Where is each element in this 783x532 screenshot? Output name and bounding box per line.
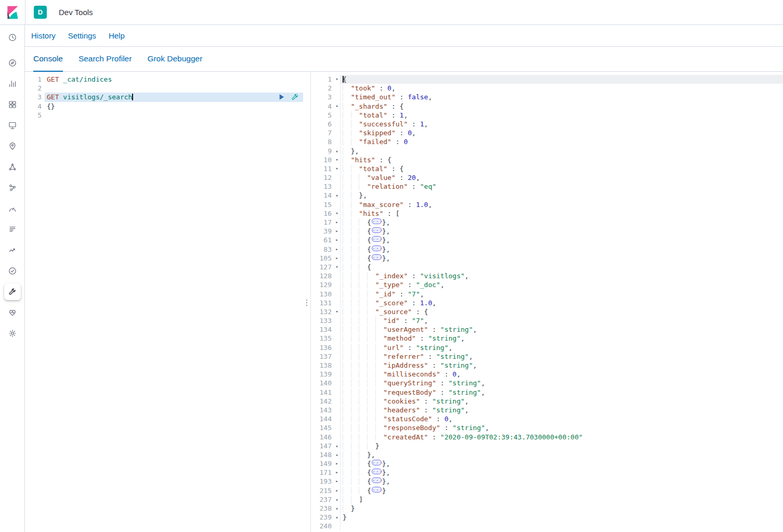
menu-item-help[interactable]: Help (109, 31, 125, 40)
fold-arrow-icon[interactable]: ▾ (334, 164, 341, 173)
response-line[interactable]: 13 "relation" : "eq" (311, 182, 783, 191)
response-line[interactable]: 138 "ipAddress" : "string", (311, 361, 783, 370)
response-line[interactable]: 8 "failed" : 0 (311, 137, 783, 146)
response-line[interactable]: 171▸ {}, (311, 468, 783, 477)
response-line[interactable]: 149▸ {}, (311, 459, 783, 468)
code-text[interactable]: "createdAt" : "2020-09-09T02:39:43.70300… (341, 433, 783, 442)
collapsed-fold-badge[interactable] (372, 227, 382, 233)
code-text[interactable]: "_score" : 1.0, (341, 299, 783, 307)
request-line[interactable]: 5 (25, 111, 303, 120)
code-text[interactable]: "cookies" : "string", (341, 397, 783, 406)
code-text[interactable]: {} (341, 486, 783, 495)
fold-arrow-icon[interactable]: ▸ (334, 227, 341, 236)
code-text[interactable]: } (341, 504, 783, 513)
tab-search-profiler[interactable]: Search Profiler (79, 47, 132, 72)
response-line[interactable]: 141 "requestBody" : "string", (311, 388, 783, 397)
fold-arrow-icon[interactable]: ▴ (334, 495, 341, 504)
response-line[interactable]: 140 "queryString" : "string", (311, 379, 783, 387)
response-line[interactable]: 134 "userAgent" : "string", (311, 325, 783, 334)
panel-resize-handle[interactable]: ⋮ (303, 298, 311, 306)
code-text[interactable]: "milliseconds" : 0, (341, 370, 783, 379)
response-line[interactable]: 7 "skipped" : 0, (311, 128, 783, 137)
fold-arrow-icon[interactable]: ▴ (334, 504, 341, 513)
fold-arrow-icon[interactable]: ▾ (334, 155, 341, 164)
code-text[interactable]: "total" : 1, (341, 111, 783, 120)
response-line[interactable]: 15 "max_score" : 1.0, (311, 200, 783, 209)
code-text[interactable]: "responseBody" : "string", (341, 423, 783, 432)
response-line[interactable]: 146 "createdAt" : "2020-09-09T02:39:43.7… (311, 433, 783, 442)
sidebar-item-uptime[interactable] (4, 263, 21, 279)
response-line[interactable]: 143 "headers" : "string", (311, 406, 783, 414)
code-text[interactable]: {}, (341, 254, 783, 263)
code-text[interactable]: "successful" : 1, (341, 120, 783, 128)
code-text[interactable]: "_id" : "7", (341, 290, 783, 299)
collapsed-fold-badge[interactable] (372, 245, 382, 251)
fold-arrow-icon[interactable]: ▴ (334, 513, 341, 522)
request-options-wrench-icon[interactable] (291, 93, 299, 101)
fold-arrow-icon[interactable]: ▸ (334, 254, 341, 263)
fold-arrow-icon[interactable]: ▾ (334, 307, 341, 316)
code-text[interactable]: "ipAddress" : "string", (341, 361, 783, 370)
response-line[interactable]: 135 "method" : "string", (311, 334, 783, 343)
response-line[interactable]: 238▴ } (311, 504, 783, 513)
code-text[interactable]: { (341, 263, 783, 271)
response-line[interactable]: 11▾ "total" : { (311, 164, 783, 173)
sidebar-item-discover[interactable] (4, 55, 21, 71)
fold-arrow-icon[interactable]: ▸ (334, 477, 341, 486)
sidebar-item-dev-tools[interactable] (4, 283, 21, 300)
code-text[interactable]: "requestBody" : "string", (341, 388, 783, 397)
fold-arrow-icon[interactable]: ▴ (334, 442, 341, 450)
fold-arrow-icon[interactable]: ▸ (334, 468, 341, 477)
fold-arrow-icon[interactable]: ▴ (334, 147, 341, 155)
sidebar-item-stack-monitoring[interactable] (4, 304, 21, 321)
tab-grok-debugger[interactable]: Grok Debugger (147, 47, 202, 72)
sidebar-item-logs[interactable] (4, 221, 21, 238)
code-text[interactable]: "relation" : "eq" (341, 182, 783, 191)
response-line[interactable]: 105▸ {}, (311, 254, 783, 263)
code-text[interactable]: }, (341, 450, 783, 459)
response-line[interactable]: 6 "successful" : 1, (311, 120, 783, 128)
collapsed-fold-badge[interactable] (372, 254, 382, 260)
response-line[interactable]: 144 "statusCode" : 0, (311, 414, 783, 423)
code-text[interactable]: "skipped" : 0, (341, 128, 783, 137)
response-line[interactable]: 83▸ {}, (311, 245, 783, 254)
code-text[interactable]: "statusCode" : 0, (341, 414, 783, 423)
response-line[interactable]: 131 "_score" : 1.0, (311, 299, 783, 307)
code-text[interactable]: "userAgent" : "string", (341, 325, 783, 334)
kibana-logo[interactable] (0, 0, 25, 24)
fold-arrow-icon[interactable]: ▾ (334, 102, 341, 111)
code-text[interactable] (45, 84, 303, 93)
console-request-editor[interactable]: 1GET _cat/indices23GET visitlogs/_search… (25, 72, 303, 532)
code-text[interactable]: "_index" : "visitlogs", (341, 271, 783, 280)
response-line[interactable]: 240 (311, 522, 783, 530)
code-text[interactable]: "_source" : { (341, 307, 783, 316)
code-text[interactable]: "total" : { (341, 164, 783, 173)
code-text[interactable]: "url" : "string", (341, 343, 783, 352)
response-line[interactable]: 2 "took" : 0, (311, 84, 783, 93)
sidebar-item-apm[interactable] (4, 242, 21, 258)
response-line[interactable]: 128 "_index" : "visitlogs", (311, 271, 783, 280)
response-line[interactable]: 10▾ "hits" : { (311, 155, 783, 164)
response-line[interactable]: 5 "total" : 1, (311, 111, 783, 120)
response-line[interactable]: 139 "milliseconds" : 0, (311, 370, 783, 379)
sidebar-item-graph[interactable] (4, 179, 21, 196)
response-line[interactable]: 132▾ "_source" : { (311, 307, 783, 316)
code-text[interactable]: {}, (341, 477, 783, 486)
response-line[interactable]: 3 "timed_out" : false, (311, 93, 783, 101)
response-line[interactable]: 1▾{ (311, 75, 783, 84)
fold-arrow-icon[interactable]: ▸ (334, 486, 341, 495)
code-text[interactable]: }, (341, 191, 783, 200)
fold-arrow-icon[interactable]: ▴ (334, 191, 341, 200)
sidebar-item-canvas[interactable] (4, 117, 21, 134)
sidebar-item-management[interactable] (4, 325, 21, 342)
code-text[interactable]: {}, (341, 468, 783, 477)
response-line[interactable]: 239▴} (311, 513, 783, 522)
request-line[interactable]: 2 (25, 84, 303, 93)
fold-arrow-icon[interactable]: ▸ (334, 245, 341, 254)
code-text[interactable] (341, 522, 783, 530)
fold-arrow-icon[interactable]: ▸ (334, 236, 341, 244)
fold-arrow-icon[interactable]: ▾ (334, 209, 341, 218)
sidebar-item-dashboard[interactable] (4, 96, 21, 113)
fold-arrow-icon[interactable]: ▸ (334, 459, 341, 468)
response-line[interactable]: 4▾ "_shards" : { (311, 102, 783, 111)
